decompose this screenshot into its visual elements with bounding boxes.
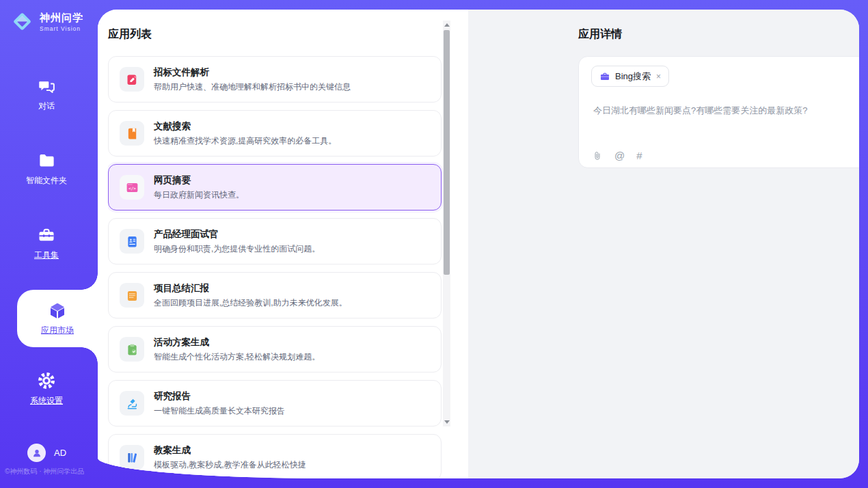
tool-tag-bing-search[interactable]: Bing搜索 × bbox=[591, 66, 669, 87]
app-desc: 模板驱动,教案秒成,教学准备从此轻松快捷 bbox=[154, 459, 306, 471]
active-tab-fillet-bottom bbox=[81, 347, 98, 364]
prompt-input[interactable]: 今日湖北有哪些新闻要点?有哪些需要关注的最新政策? bbox=[593, 104, 859, 118]
scrollbar-down-arrow[interactable] bbox=[443, 418, 450, 426]
app-desc: 每日政府新闻资讯快查。 bbox=[154, 189, 244, 201]
hash-icon[interactable]: # bbox=[636, 150, 642, 161]
app-desc: 智能生成个性化活动方案,轻松解决规划难题。 bbox=[154, 351, 320, 363]
microscope-icon bbox=[125, 396, 139, 411]
book-icon bbox=[125, 126, 139, 141]
sidebar-footer: ©神州数码 · 神州问学出品 bbox=[5, 467, 95, 476]
app-name: 招标文件解析 bbox=[154, 66, 351, 79]
app-card-lesson-plan[interactable]: 教案生成 模板驱动,教案秒成,教学准备从此轻松快捷 bbox=[108, 434, 442, 477]
app-name: 教案生成 bbox=[154, 444, 306, 457]
brand-text: 神州问学 Smart Vision bbox=[40, 12, 83, 32]
chat-icon bbox=[38, 77, 56, 96]
app-list-title: 应用列表 bbox=[108, 27, 152, 42]
app-name: 文献搜索 bbox=[154, 120, 336, 133]
scrollbar-up-arrow[interactable] bbox=[443, 21, 450, 29]
app-card-event-plan[interactable]: 活动方案生成 智能生成个性化活动方案,轻松解决规划难题。 bbox=[108, 326, 442, 372]
app-list-scroll-area: 招标文件解析 帮助用户快速、准确地理解和解析招标书中的关键信息 文献搜索 快速精… bbox=[108, 56, 458, 477]
paperclip-icon[interactable] bbox=[592, 150, 603, 161]
clipboard-check-icon bbox=[125, 342, 139, 357]
app-detail-title: 应用详情 bbox=[578, 27, 622, 42]
diamond-logo-icon bbox=[10, 9, 35, 34]
tag-label: Bing搜索 bbox=[615, 70, 651, 83]
app-icon-tile: </> bbox=[120, 175, 144, 200]
note-icon bbox=[125, 288, 139, 303]
app-desc: 一键智能生成高质量长文本研究报告 bbox=[154, 405, 285, 417]
user-name: AD bbox=[54, 448, 66, 458]
sidebar-item-label: 工具集 bbox=[34, 249, 59, 261]
app-icon-tile bbox=[120, 283, 144, 308]
books-icon bbox=[125, 450, 139, 465]
sidebar-item-label: 应用市场 bbox=[41, 325, 74, 336]
sidebar-item-app-market[interactable]: 应用市场 bbox=[17, 290, 98, 347]
app-card-research-report[interactable]: 研究报告 一键智能生成高质量长文本研究报告 bbox=[108, 380, 442, 426]
app-name: 项目总结汇报 bbox=[154, 282, 347, 295]
scrollbar-thumb[interactable] bbox=[444, 30, 450, 275]
tag-close-icon[interactable]: × bbox=[655, 72, 662, 81]
svg-text:</>: </> bbox=[128, 186, 135, 191]
app-list-scrollbar[interactable] bbox=[443, 21, 450, 426]
active-tab-fillet-top bbox=[81, 273, 98, 290]
sidebar-item-label: 对话 bbox=[38, 100, 55, 112]
sidebar-item-chat[interactable]: 对话 bbox=[0, 77, 93, 112]
mention-icon[interactable]: @ bbox=[614, 150, 625, 161]
app-icon-tile bbox=[120, 229, 144, 254]
sidebar-item-toolset[interactable]: 工具集 bbox=[0, 226, 93, 261]
toolbox-icon bbox=[37, 226, 56, 245]
app-detail-panel: 应用详情 Bing搜索 × 今日湖北有哪些新闻要点?有哪些需要关注的最新政策? bbox=[468, 10, 859, 478]
browser-code-icon: </> bbox=[125, 180, 139, 195]
sidebar-item-label: 系统设置 bbox=[30, 395, 63, 407]
app-icon-tile bbox=[120, 67, 144, 92]
app-icon-tile bbox=[120, 337, 144, 362]
app-icon-tile bbox=[120, 121, 144, 146]
app-list-panel: 应用列表 招标文件解析 帮助用户快速、准确地理解和解析招标书中的关键信息 bbox=[98, 10, 468, 478]
app-desc: 快速精准查找学术资源,提高研究效率的必备工具。 bbox=[154, 135, 336, 147]
app-root: 神州问学 Smart Vision 对话 智能文件夹 工具集 bbox=[0, 0, 868, 488]
edit-doc-icon bbox=[125, 72, 139, 87]
app-card-webpage-summary[interactable]: </> 网页摘要 每日政府新闻资讯快查。 bbox=[108, 164, 442, 211]
user-profile[interactable]: AD bbox=[27, 444, 66, 462]
brand-name: 神州问学 bbox=[40, 12, 83, 25]
sidebar-item-label: 智能文件夹 bbox=[26, 175, 67, 187]
sidebar-item-settings[interactable]: 系统设置 bbox=[0, 371, 93, 407]
app-name: 研究报告 bbox=[154, 390, 285, 403]
folder-icon bbox=[38, 152, 56, 170]
briefcase-icon bbox=[599, 71, 610, 82]
sidebar-item-smart-folder[interactable]: 智能文件夹 bbox=[0, 152, 93, 187]
brand-logo: 神州问学 Smart Vision bbox=[10, 9, 83, 34]
app-card-project-summary[interactable]: 项目总结汇报 全面回顾项目进展,总结经验教训,助力未来优化发展。 bbox=[108, 272, 442, 318]
app-card-pm-interviewer[interactable]: 产品经理面试官 明确身份和职责,为您提供专业性的面试问题。 bbox=[108, 218, 442, 265]
app-card-literature-search[interactable]: 文献搜索 快速精准查找学术资源,提高研究效率的必备工具。 bbox=[108, 110, 442, 157]
app-icon-tile bbox=[120, 391, 144, 416]
app-card-bid-analysis[interactable]: 招标文件解析 帮助用户快速、准确地理解和解析招标书中的关键信息 bbox=[108, 56, 442, 103]
prompt-toolbar: @ # bbox=[592, 150, 642, 161]
app-desc: 全面回顾项目进展,总结经验教训,助力未来优化发展。 bbox=[154, 297, 347, 309]
brand-subtitle: Smart Vision bbox=[40, 25, 83, 32]
avatar bbox=[27, 444, 46, 462]
app-desc: 帮助用户快速、准确地理解和解析招标书中的关键信息 bbox=[154, 81, 351, 93]
app-name: 活动方案生成 bbox=[154, 336, 320, 349]
app-desc: 明确身份和职责,为您提供专业性的面试问题。 bbox=[154, 243, 320, 255]
app-name: 网页摘要 bbox=[154, 174, 244, 187]
gear-icon bbox=[37, 371, 56, 390]
person-doc-icon bbox=[125, 234, 139, 249]
cube-icon bbox=[47, 301, 68, 321]
person-icon bbox=[31, 448, 42, 459]
app-icon-tile bbox=[120, 445, 144, 470]
prompt-card: Bing搜索 × 今日湖北有哪些新闻要点?有哪些需要关注的最新政策? @ # bbox=[578, 56, 859, 168]
content-wrapper: 应用列表 招标文件解析 帮助用户快速、准确地理解和解析招标书中的关键信息 bbox=[98, 10, 859, 478]
app-name: 产品经理面试官 bbox=[154, 228, 320, 241]
